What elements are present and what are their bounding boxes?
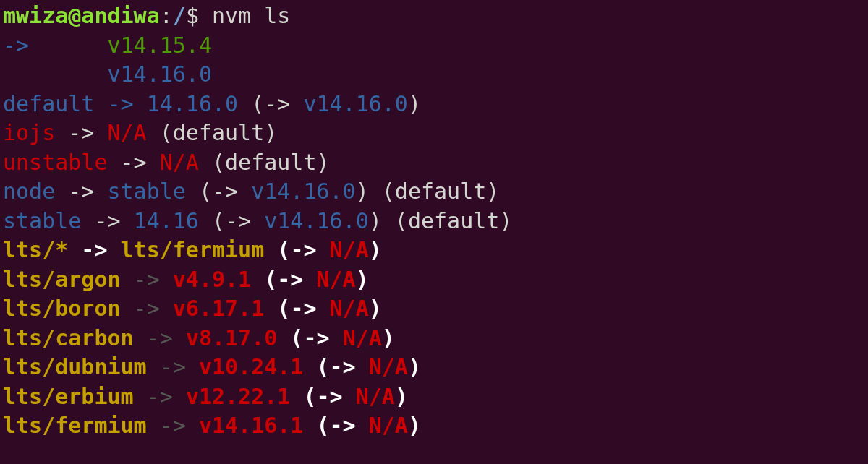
arrow: -> bbox=[147, 413, 199, 438]
note: (default) bbox=[147, 120, 278, 145]
prompt-line[interactable]: mwiza@andiwa:/$ nvm ls bbox=[3, 1, 865, 31]
alias-line-iojs: iojs -> N/A (default) bbox=[3, 119, 865, 148]
paren-close: ) bbox=[356, 267, 369, 292]
note: (default) bbox=[369, 179, 500, 204]
alias-line-stable: stable -> 14.16 (-> v14.16.0) (default) bbox=[3, 207, 865, 236]
resolved: v14.16.0 bbox=[303, 91, 408, 116]
prompt-user-host: mwiza@andiwa bbox=[3, 3, 160, 28]
arrow: -> bbox=[330, 413, 369, 438]
alias-name: iojs bbox=[3, 120, 55, 145]
arrow: -> bbox=[134, 384, 186, 409]
paren-close: ) bbox=[382, 325, 395, 351]
version-text: v14.15.4 bbox=[108, 33, 213, 58]
alias-line-unstable: unstable -> N/A (default) bbox=[3, 148, 865, 178]
na: N/A bbox=[330, 237, 369, 262]
version-text: v14.16.0 bbox=[108, 61, 213, 87]
paren-open: ( bbox=[264, 237, 290, 262]
arrow: -> bbox=[55, 179, 107, 204]
paren-open: ( bbox=[303, 413, 329, 438]
paren-open: ( bbox=[277, 325, 303, 351]
alias-line-lts-star: lts/* -> lts/fermium (-> N/A) bbox=[3, 236, 865, 265]
na: N/A bbox=[108, 120, 147, 145]
arrow: -> bbox=[277, 267, 316, 292]
alias-target: lts/fermium bbox=[121, 237, 265, 262]
alias-target: v8.17.0 bbox=[186, 325, 277, 351]
alias-line-lts-fermium: lts/fermium -> v14.16.1 (-> N/A) bbox=[3, 411, 865, 441]
arrow: -> bbox=[317, 384, 356, 409]
paren-open: ( bbox=[238, 91, 264, 116]
note: (default) bbox=[199, 150, 330, 175]
paren-close: ) bbox=[369, 208, 382, 233]
version-line: v14.16.0 bbox=[3, 60, 865, 90]
paren-close: ) bbox=[356, 179, 369, 204]
paren-open: ( bbox=[199, 208, 225, 233]
arrow: -> bbox=[212, 179, 251, 204]
alias-target: stable bbox=[108, 179, 186, 204]
command-text: nvm ls bbox=[212, 3, 290, 28]
alias-line-lts-dubnium: lts/dubnium -> v10.24.1 (-> N/A) bbox=[3, 353, 865, 382]
na: N/A bbox=[317, 267, 356, 292]
arrow: -> bbox=[147, 354, 199, 379]
alias-name: lts/fermium bbox=[3, 413, 147, 438]
arrow: -> bbox=[121, 296, 173, 321]
arrow: -> bbox=[121, 267, 173, 292]
na: N/A bbox=[369, 354, 408, 379]
alias-target: v10.24.1 bbox=[199, 354, 304, 379]
alias-line-node: node -> stable (-> v14.16.0) (default) bbox=[3, 177, 865, 207]
arrow: -> bbox=[264, 91, 303, 116]
prompt-colon: : bbox=[160, 3, 173, 28]
alias-line-lts-argon: lts/argon -> v4.9.1 (-> N/A) bbox=[3, 265, 865, 295]
paren-open: ( bbox=[303, 354, 329, 379]
alias-name: node bbox=[3, 179, 55, 204]
alias-name: lts/carbon bbox=[3, 325, 134, 351]
paren-open: ( bbox=[290, 384, 316, 409]
alias-name: stable bbox=[3, 208, 81, 233]
arrow: -> bbox=[94, 91, 146, 116]
alias-target: v14.16.1 bbox=[199, 413, 304, 438]
alias-target: 14.16 bbox=[134, 208, 199, 233]
paren-open: ( bbox=[251, 267, 277, 292]
terminal-output[interactable]: mwiza@andiwa:/$ nvm ls -> v14.15.4 v14.1… bbox=[0, 0, 868, 442]
paren-open: ( bbox=[264, 296, 290, 321]
alias-name: unstable bbox=[3, 150, 108, 175]
arrow: -> bbox=[55, 120, 107, 145]
alias-name: lts/* bbox=[3, 237, 68, 262]
arrow: -> bbox=[290, 237, 329, 262]
alias-target: v4.9.1 bbox=[173, 267, 251, 292]
paren-close: ) bbox=[369, 237, 382, 262]
paren-close: ) bbox=[408, 91, 421, 116]
alias-name: lts/argon bbox=[3, 267, 121, 292]
arrow: -> bbox=[225, 208, 264, 233]
arrow: -> bbox=[330, 354, 369, 379]
alias-target: v12.22.1 bbox=[186, 384, 291, 409]
pad bbox=[3, 61, 108, 87]
alias-name: lts/erbium bbox=[3, 384, 134, 409]
paren-open: ( bbox=[186, 179, 212, 204]
arrow: -> bbox=[81, 208, 133, 233]
alias-target: 14.16.0 bbox=[147, 91, 238, 116]
alias-line-lts-erbium: lts/erbium -> v12.22.1 (-> N/A) bbox=[3, 382, 865, 412]
alias-line-lts-carbon: lts/carbon -> v8.17.0 (-> N/A) bbox=[3, 324, 865, 353]
resolved: v14.16.0 bbox=[251, 179, 356, 204]
na: N/A bbox=[343, 325, 382, 351]
paren-close: ) bbox=[408, 413, 421, 438]
current-arrow: -> bbox=[3, 33, 108, 58]
resolved: v14.16.0 bbox=[264, 208, 369, 233]
alias-name: default bbox=[3, 91, 94, 116]
version-line-current: -> v14.15.4 bbox=[3, 31, 865, 61]
alias-target: v6.17.1 bbox=[173, 296, 264, 321]
na: N/A bbox=[160, 150, 199, 175]
prompt-dollar: $ bbox=[186, 3, 212, 28]
arrow: -> bbox=[290, 296, 329, 321]
prompt-path: / bbox=[173, 3, 186, 28]
paren-close: ) bbox=[395, 384, 408, 409]
arrow: -> bbox=[68, 237, 120, 262]
na: N/A bbox=[369, 413, 408, 438]
paren-close: ) bbox=[369, 296, 382, 321]
alias-name: lts/dubnium bbox=[3, 354, 147, 379]
arrow: -> bbox=[303, 325, 342, 351]
arrow: -> bbox=[108, 150, 160, 175]
na: N/A bbox=[330, 296, 369, 321]
note: (default) bbox=[382, 208, 513, 233]
alias-name: lts/boron bbox=[3, 296, 121, 321]
